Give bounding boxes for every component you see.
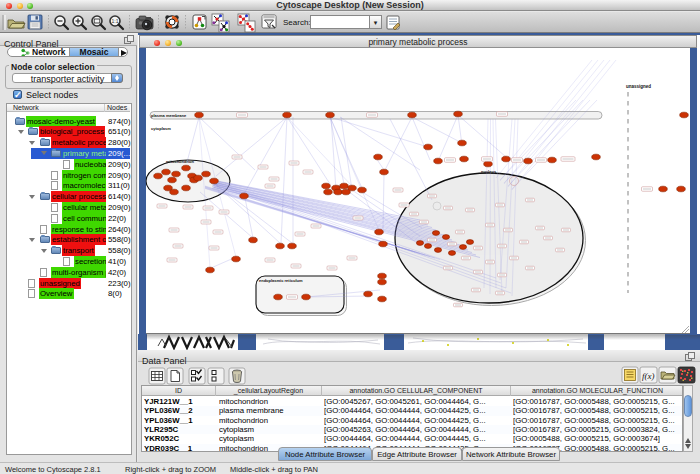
svg-text:nucleus: nucleus bbox=[481, 169, 497, 174]
svg-text:f(x): f(x) bbox=[642, 371, 655, 381]
svg-text:unassigned: unassigned bbox=[626, 84, 651, 89]
svg-text:mitochondrion: mitochondrion bbox=[166, 159, 195, 164]
svg-text:plasma membrane: plasma membrane bbox=[151, 113, 187, 118]
svg-text:endoplasmic reticulum: endoplasmic reticulum bbox=[259, 278, 303, 283]
svg-text:cytoplasm: cytoplasm bbox=[151, 126, 171, 131]
